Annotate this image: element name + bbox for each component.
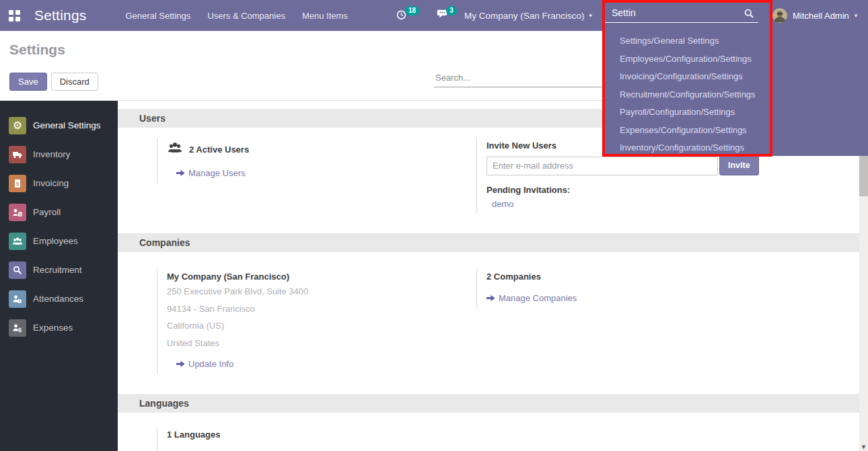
section-header-companies: Companies (118, 233, 859, 252)
svg-text:$: $ (19, 212, 21, 216)
search-result-item[interactable]: Expenses/Configuration/Settings (620, 122, 770, 140)
languages-row: 1 Languages Manage Languages (118, 427, 859, 451)
search-result-item[interactable]: Recruitment/Configuration/Settings (620, 86, 770, 104)
sidebar-item-recruitment[interactable]: Recruitment (0, 255, 118, 284)
attendance-clock-icon (9, 290, 26, 308)
menu-search-results: Settings/General Settings Employees/Conf… (602, 31, 770, 157)
app-brand-title: Settings (34, 7, 86, 24)
company-switcher-label: My Company (San Francisco) (464, 11, 585, 21)
sidebar-item-general-settings[interactable]: ⚙ General Settings (0, 111, 118, 140)
company-address-line: 94134 - San Francisco (167, 302, 476, 317)
companies-count: 2 Companies (486, 272, 859, 282)
company-info-box: My Company (San Francisco) 250 Executive… (157, 269, 476, 374)
sidebar-item-label: Attendances (33, 294, 83, 304)
companies-count-box: 2 Companies Manage Companies (476, 269, 859, 309)
svg-text:$: $ (16, 181, 20, 187)
active-users-count: 2 Active Users (189, 145, 249, 155)
scrollbar-thumb[interactable] (859, 156, 868, 196)
menu-search-box (605, 5, 758, 23)
company-name: My Company (San Francisco) (167, 272, 476, 282)
menu-menu-items[interactable]: Menu Items (302, 11, 348, 21)
magnifier-icon (9, 261, 26, 279)
arrow-right-icon (176, 169, 185, 177)
update-info-link[interactable]: Update Info (176, 359, 233, 369)
menu-general-settings[interactable]: General Settings (125, 11, 190, 21)
sidebar-item-label: Recruitment (33, 265, 82, 275)
sidebar-item-label: Payroll (33, 207, 61, 217)
arrow-right-icon (486, 294, 495, 302)
page-title: Settings (9, 42, 65, 58)
arrow-right-icon (176, 360, 185, 368)
app-window: Settings General Settings Users & Compan… (0, 0, 868, 451)
company-address-line: United States (167, 337, 476, 351)
sidebar-item-label: Employees (33, 236, 78, 246)
company-switcher[interactable]: My Company (San Francisco) ▾ (464, 0, 592, 31)
sidebar-item-label: Invoicing (33, 178, 69, 188)
sidebar-item-employees[interactable]: Employees (0, 227, 118, 255)
employees-icon (9, 233, 26, 250)
sidebar-item-payroll[interactable]: $ Payroll (0, 198, 118, 227)
apps-grid-icon[interactable] (9, 10, 20, 22)
record-search-input[interactable] (434, 70, 602, 87)
active-users-box: 2 Active Users Manage Users (157, 138, 476, 183)
messages-button[interactable]: 3 (437, 9, 457, 22)
manage-users-link[interactable]: Manage Users (176, 168, 246, 178)
user-menu-label: Mitchell Admin (793, 11, 849, 21)
discard-button[interactable]: Discard (51, 73, 98, 91)
svg-text:$: $ (18, 326, 22, 333)
companies-row: My Company (San Francisco) 250 Executive… (118, 269, 859, 374)
company-address-line: 250 Executive Park Blvd, Suite 3400 (167, 285, 476, 299)
sidebar-item-inventory[interactable]: Inventory (0, 140, 118, 169)
search-result-item[interactable]: Employees/Configuration/Settings (620, 50, 770, 69)
company-address-line: California (US) (167, 319, 476, 333)
scrollbar-down-arrow[interactable]: ▼ (859, 444, 868, 450)
languages-count: 1 Languages (167, 429, 476, 440)
pending-invitations-label: Pending Invitations: (486, 185, 859, 195)
search-result-item[interactable]: Invoicing/Configuration/Settings (620, 68, 770, 86)
activities-button[interactable]: 18 (396, 9, 419, 23)
users-group-icon (167, 140, 183, 158)
user-menu[interactable]: Mitchell Admin ▾ (772, 0, 868, 31)
settings-sidebar: ⚙ General Settings Inventory $ Invoicing… (0, 101, 118, 451)
messages-count-badge: 3 (446, 6, 457, 15)
invite-button[interactable]: Invite (719, 155, 759, 175)
sidebar-item-label: Expenses (33, 323, 73, 333)
payroll-icon: $ (9, 204, 26, 221)
search-result-item[interactable]: Settings/General Settings (620, 32, 770, 50)
sidebar-item-label: Inventory (33, 149, 71, 159)
menu-users-companies[interactable]: Users & Companies (207, 11, 285, 21)
chevron-down-icon: ▾ (589, 12, 593, 19)
control-panel-buttons: Save Discard (9, 73, 98, 91)
sidebar-item-expenses[interactable]: $ Expenses (0, 313, 118, 342)
pending-user-link[interactable]: demo (492, 199, 859, 209)
invoice-icon: $ (9, 175, 26, 192)
search-icon (744, 8, 754, 22)
chevron-down-icon: ▾ (855, 12, 858, 19)
search-result-item[interactable]: Inventory/Configuration/Settings (620, 139, 770, 157)
truck-icon (9, 146, 26, 163)
menu-search-overlay: Settings/General Settings Employees/Conf… (602, 0, 868, 156)
avatar (772, 8, 787, 23)
systray: 18 3 (396, 0, 457, 31)
top-menu: General Settings Users & Companies Menu … (125, 11, 347, 21)
section-header-languages: Languages (118, 394, 859, 413)
activities-count-badge: 18 (405, 6, 419, 15)
invite-email-input[interactable] (486, 157, 718, 175)
save-button[interactable]: Save (9, 73, 47, 91)
manage-companies-link[interactable]: Manage Companies (486, 293, 577, 303)
sidebar-item-label: General Settings (33, 120, 101, 130)
gear-icon: ⚙ (9, 117, 26, 134)
search-result-item[interactable]: Payroll/Configuration/Settings (620, 104, 770, 122)
expense-person-icon: $ (9, 319, 26, 337)
sidebar-item-invoicing[interactable]: $ Invoicing (0, 169, 118, 198)
record-search (434, 70, 602, 87)
menu-search-input[interactable] (605, 5, 736, 22)
sidebar-item-attendances[interactable]: Attendances (0, 284, 118, 313)
languages-box: 1 Languages Manage Languages (157, 427, 476, 451)
vertical-scrollbar[interactable]: ▼ (859, 156, 868, 451)
